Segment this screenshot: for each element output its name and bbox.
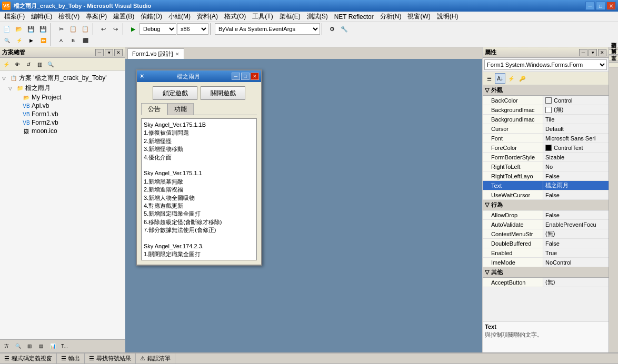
props-row-contextmenu[interactable]: ContextMenuStr (無) (483, 229, 609, 239)
designer-area[interactable]: ☀ 檔之雨月 ─ □ ✕ 鎖定遊戲 關閉遊戲 公告 功能 (125, 59, 482, 352)
panel-pin-btn[interactable]: ─ (95, 49, 104, 56)
tb-redo[interactable]: ↪ (109, 23, 121, 35)
menu-build[interactable]: 建置(B) (110, 11, 137, 22)
tab-function[interactable]: 功能 (167, 103, 194, 115)
form-titlebar[interactable]: ☀ 檔之雨月 ─ □ ✕ (137, 70, 261, 82)
tb2-1[interactable]: 🔍 (1, 35, 13, 46)
tb-more[interactable]: ⚙ (326, 23, 338, 35)
minimize-button[interactable]: ─ (585, 2, 595, 10)
sol-tb-properties[interactable]: ⚡ (1, 59, 12, 69)
sol-tb-collapse[interactable]: ▥ (34, 59, 45, 69)
props-tb-events[interactable]: 🔑 (517, 73, 527, 84)
tab-announcement[interactable]: 公告 (141, 103, 167, 115)
tree-solution[interactable]: ▽ 📋 方案 '檔之雨月_crack_by_Toby' (2, 73, 123, 83)
menu-analyze[interactable]: 分析(N) (377, 11, 405, 22)
lock-game-button[interactable]: 鎖定遊戲 (153, 86, 197, 100)
tb-open[interactable]: 📂 (13, 23, 25, 35)
menu-project[interactable]: 專案(P) (83, 11, 110, 22)
tree-moon-ico[interactable]: 🖼 moon.ico (15, 127, 123, 135)
tb-cut[interactable]: ✂ (55, 23, 67, 35)
sidebar-tab-toolbox[interactable]: 工具箱 (609, 62, 619, 67)
tb2-6[interactable]: B (67, 35, 79, 46)
props-row-autovalidate[interactable]: AutoValidate EnablePreventFocu (483, 220, 609, 229)
bottom-tab-error-list[interactable]: ⚠ 錯誤清單 (136, 353, 175, 363)
props-row-backcolor[interactable]: BackColor Control (483, 96, 609, 105)
props-row-usewaitcursor[interactable]: UseWaitCursor False (483, 190, 609, 200)
sol-bottom-btn1[interactable]: 方 (1, 341, 12, 351)
props-row-doublebuffered[interactable]: DoubleBuffered False (483, 239, 609, 248)
menu-test[interactable]: 測試(S) (304, 11, 331, 22)
tb2-7[interactable]: ⬛ (79, 35, 91, 46)
props-row-bgimagelayout[interactable]: BackgroundImac Tile (483, 115, 609, 124)
props-row-acceptbutton[interactable]: AcceptButton (無) (483, 278, 609, 287)
tree-project[interactable]: ▽ 📁 檔之雨月 (8, 83, 123, 93)
props-tb-alpha[interactable]: A↓ (495, 73, 505, 84)
tb-copy[interactable]: 📋 (67, 23, 79, 35)
tb-new[interactable]: 📄 (1, 23, 13, 35)
menu-team[interactable]: 小組(M) (165, 11, 194, 22)
sol-tb-refresh[interactable]: ↺ (23, 59, 34, 69)
props-row-formborder[interactable]: FormBorderStyle Sizable (483, 153, 609, 162)
tb-undo[interactable]: ↩ (97, 23, 109, 35)
menu-data[interactable]: 資料(A) (194, 11, 221, 22)
form-maximize-btn[interactable]: □ (241, 73, 250, 80)
props-float-btn[interactable]: ▾ (589, 49, 597, 56)
props-row-cursor[interactable]: Cursor Default (483, 124, 609, 134)
panel-float-btn[interactable]: ▾ (105, 49, 113, 56)
sol-bottom-btn4[interactable]: ▤ (36, 341, 46, 351)
tb-props[interactable]: 🔧 (338, 23, 350, 35)
panel-close-btn[interactable]: ✕ (114, 49, 123, 56)
menu-reflector[interactable]: NET Reflector (331, 12, 377, 22)
tree-my-project[interactable]: 📂 My Project (15, 93, 123, 102)
tb-saveall[interactable]: 💾 (37, 23, 49, 35)
props-tb-categorize[interactable]: ☰ (484, 73, 494, 84)
sol-bottom-btn3[interactable]: ▥ (24, 341, 35, 351)
menu-debug[interactable]: 偵錯(D) (137, 11, 165, 22)
menu-format[interactable]: 格式(O) (221, 11, 249, 22)
bottom-tab-output[interactable]: ☰ 輸出 (57, 353, 85, 363)
tb-paste[interactable]: 📋 (79, 23, 91, 35)
bottom-tab-find-symbol[interactable]: ☰ 尋找符號結果 (85, 353, 136, 363)
tb2-4[interactable]: ⏩ (37, 35, 49, 46)
menu-file[interactable]: 檔案(F) (1, 11, 28, 22)
platform-dropdown[interactable]: x86 (177, 23, 208, 35)
tree-form1-vb[interactable]: VB Form1.vb (15, 110, 123, 118)
props-pin-btn[interactable]: ─ (579, 49, 587, 56)
props-object-dropdown[interactable]: Form1 System.Windows.Forms.Form (484, 59, 607, 70)
tb-start[interactable]: ▶ (127, 23, 139, 35)
designer-tab-close[interactable]: ✕ (175, 52, 180, 57)
expression-dropdown[interactable]: ByVal e As System.EventArgs (215, 23, 320, 35)
sol-tb-show-all[interactable]: 👁 (12, 59, 23, 69)
props-row-enabled[interactable]: Enabled True (483, 248, 609, 258)
menu-help[interactable]: 說明(H) (434, 11, 462, 22)
menu-edit[interactable]: 編輯(E) (28, 11, 55, 22)
form-content-textbox[interactable]: Sky Angel_Ver.175.1.1B 1.修復被值測問題 2.新增怪怪 … (141, 118, 257, 260)
sidebar-tab-layer[interactable]: 圖層總管 (609, 49, 619, 55)
tree-api-vb[interactable]: VB Api.vb (15, 102, 123, 110)
tb-save[interactable]: 💾 (25, 23, 37, 35)
props-row-allowdrop[interactable]: AllowDrop False (483, 210, 609, 220)
debug-config-dropdown[interactable]: Debug (139, 23, 176, 35)
sidebar-tab-data[interactable]: 資料來源 (609, 56, 619, 61)
menu-window[interactable]: 視窗(W) (404, 11, 433, 22)
props-tb-properties[interactable]: ⚡ (506, 73, 516, 84)
props-row-text[interactable]: Text 檔之雨月 (483, 181, 609, 190)
props-row-imemode[interactable]: ImeMode NoControl (483, 258, 609, 267)
props-close-btn[interactable]: ✕ (598, 49, 606, 56)
designer-tab[interactable]: Form1.vb [設計] ✕ (127, 48, 184, 59)
props-row-rtllayout[interactable]: RightToLeftLayo False (483, 171, 609, 181)
tb2-5[interactable]: A (55, 35, 67, 46)
props-row-font[interactable]: Font Microsoft Sans Seri (483, 134, 609, 143)
maximize-button[interactable]: □ (596, 2, 605, 10)
close-button[interactable]: ✕ (606, 2, 616, 10)
props-row-rtl[interactable]: RightToLeft No (483, 162, 609, 171)
menu-arch[interactable]: 架框(E) (276, 11, 304, 22)
sol-tb-filter[interactable]: 🔍 (45, 59, 56, 69)
menu-view[interactable]: 檢視(V) (55, 11, 83, 22)
tree-form2-vb[interactable]: VB Form2.vb (15, 118, 123, 127)
tb2-2[interactable]: ⚡ (13, 35, 25, 46)
close-game-button[interactable]: 關閉遊戲 (201, 86, 245, 100)
props-row-forecolor[interactable]: ForeColor ControlText (483, 143, 609, 153)
bottom-tab-code-def[interactable]: ☰ 程式碼定義視窗 (0, 353, 57, 363)
props-row-bgimage[interactable]: BackgroundImac (無) (483, 105, 609, 115)
